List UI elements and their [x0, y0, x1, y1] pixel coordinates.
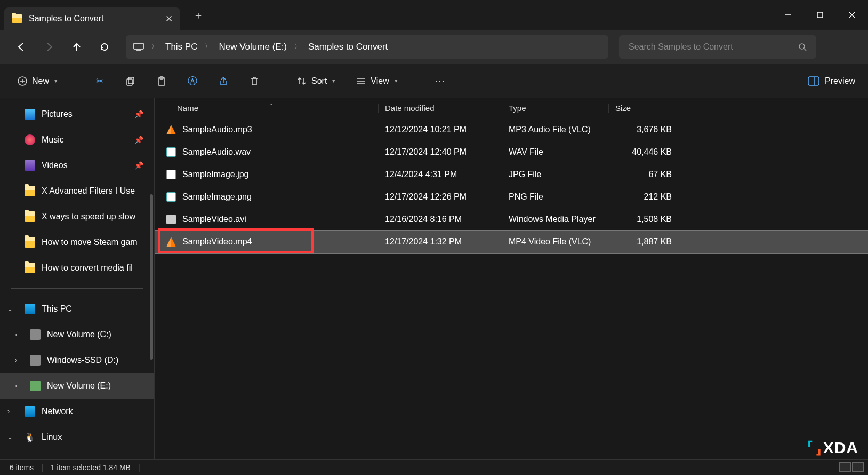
file-date: 12/17/2024 1:32 PM — [379, 237, 502, 247]
network-icon — [25, 406, 35, 417]
rename-icon: Ⓐ — [187, 76, 198, 86]
cut-button[interactable]: ✂ — [90, 73, 109, 90]
file-row[interactable]: SampleImage.png12/17/2024 12:26 PMPNG Fi… — [155, 186, 868, 208]
sidebar-item-pictures[interactable]: Pictures📌 — [0, 101, 154, 127]
share-button[interactable] — [214, 73, 233, 90]
column-headers[interactable]: Name⌃ Date modified Type Size — [155, 98, 868, 118]
file-size: 3,676 KB — [609, 125, 678, 134]
column-date[interactable]: Date modified — [379, 104, 502, 113]
breadcrumb-drive[interactable]: New Volume (E:) — [219, 42, 287, 52]
separator — [76, 74, 76, 89]
paste-button[interactable] — [152, 73, 171, 90]
sidebar-item-folder3[interactable]: How to move Steam gam — [0, 229, 154, 255]
address-bar[interactable]: 〉 This PC 〉 New Volume (E:) 〉 Samples to… — [126, 35, 608, 59]
file-name: SampleVideo.avi — [182, 215, 246, 224]
close-tab-icon[interactable]: ✕ — [165, 13, 173, 25]
chevron-right-icon[interactable]: › — [7, 408, 10, 415]
breadcrumb-folder[interactable]: Samples to Convert — [308, 42, 388, 52]
folder-icon — [12, 14, 22, 23]
file-row[interactable]: SampleVideo.mp412/17/2024 1:32 PMMP4 Vid… — [155, 231, 868, 253]
pictures-icon — [25, 109, 35, 120]
chevron-right-icon[interactable]: › — [15, 357, 17, 364]
file-list[interactable]: Name⌃ Date modified Type Size SampleAudi… — [155, 98, 868, 459]
column-size[interactable]: Size — [609, 104, 678, 113]
toolbar: New ▾ ✂ Ⓐ Sort ▾ View ▾ ⋯ Preview — [0, 64, 868, 98]
close-window-button[interactable] — [836, 3, 868, 27]
paste-icon — [156, 76, 167, 86]
file-date: 12/12/2024 10:21 PM — [379, 125, 502, 134]
tab-title: Samples to Convert — [29, 14, 159, 23]
preview-button[interactable]: Preview — [808, 76, 855, 86]
pin-icon[interactable]: 📌 — [134, 110, 143, 118]
tab-active[interactable]: Samples to Convert ✕ — [4, 7, 180, 30]
details-view-button[interactable] — [839, 462, 851, 472]
view-button[interactable]: View ▾ — [351, 73, 401, 90]
chevron-right-icon[interactable]: 〉 — [205, 42, 211, 51]
watermark: ⸢⸥ XDA — [807, 438, 858, 457]
chevron-right-icon[interactable]: 〉 — [294, 42, 301, 51]
sort-button[interactable]: Sort ▾ — [292, 73, 340, 90]
copy-icon — [125, 76, 136, 86]
maximize-button[interactable] — [804, 3, 836, 27]
file-date: 12/4/2024 4:31 PM — [379, 170, 502, 179]
new-button[interactable]: New ▾ — [13, 73, 62, 90]
thumbnail-view-button[interactable] — [852, 462, 864, 472]
sidebar-item-network[interactable]: ›Network — [0, 399, 154, 424]
statusbar: 6 items | 1 item selected 1.84 MB | — [0, 459, 868, 475]
scrollbar[interactable] — [150, 194, 153, 360]
sidebar-item-music[interactable]: Music📌 — [0, 127, 154, 153]
pin-icon[interactable]: 📌 — [134, 161, 143, 170]
folder-icon — [25, 263, 35, 273]
column-type[interactable]: Type — [502, 104, 609, 113]
search-box[interactable]: Search Samples to Convert — [619, 35, 816, 59]
sidebar-item-folder2[interactable]: X ways to speed up slow — [0, 204, 154, 229]
sidebar-label: Music — [42, 135, 64, 145]
file-type: MP4 Video File (VLC) — [502, 237, 609, 247]
column-name[interactable]: Name⌃ — [155, 104, 379, 113]
sidebar-item-drive-d[interactable]: ›Windows-SSD (D:) — [0, 347, 154, 373]
chevron-right-icon[interactable]: › — [15, 382, 17, 390]
chevron-right-icon[interactable]: › — [15, 331, 17, 338]
sidebar-item-drive-e[interactable]: ›New Volume (E:) — [0, 373, 154, 399]
sidebar-item-thispc[interactable]: ⌄This PC — [0, 296, 154, 322]
view-toggle[interactable] — [839, 462, 864, 472]
music-icon — [25, 134, 35, 145]
file-name: SampleAudio.mp3 — [182, 125, 252, 134]
sidebar-label: X ways to speed up slow — [42, 212, 135, 221]
minimize-button[interactable] — [772, 3, 804, 27]
copy-button[interactable] — [121, 73, 140, 90]
new-tab-button[interactable]: ＋ — [193, 8, 204, 22]
breadcrumb-root[interactable]: This PC — [165, 42, 197, 52]
file-row[interactable]: SampleImage.jpg12/4/2024 4:31 PMJPG File… — [155, 163, 868, 186]
rename-button[interactable]: Ⓐ — [183, 73, 202, 90]
delete-button[interactable] — [245, 73, 264, 90]
navbar: 〉 This PC 〉 New Volume (E:) 〉 Samples to… — [0, 30, 868, 64]
sidebar[interactable]: Pictures📌 Music📌 Videos📌 X Advanced Filt… — [0, 98, 155, 459]
chevron-down-icon[interactable]: ⌄ — [7, 305, 13, 313]
sidebar-item-folder4[interactable]: How to convert media fil — [0, 255, 154, 281]
file-row[interactable]: SampleAudio.wav12/17/2024 12:40 PMWAV Fi… — [155, 141, 868, 163]
chevron-right-icon[interactable]: 〉 — [151, 42, 158, 51]
preview-pane-icon — [808, 76, 819, 86]
back-button[interactable] — [10, 36, 33, 58]
sidebar-item-drive-c[interactable]: ›New Volume (C:) — [0, 322, 154, 347]
file-type: Windows Media Player — [502, 215, 609, 224]
file-name: SampleImage.jpg — [182, 170, 249, 179]
more-button[interactable]: ⋯ — [430, 73, 449, 90]
share-icon — [218, 76, 229, 86]
pin-icon[interactable]: 📌 — [134, 136, 143, 144]
separator — [416, 74, 416, 89]
forward-button[interactable] — [37, 36, 61, 58]
file-name: SampleImage.png — [182, 192, 252, 202]
up-button[interactable] — [65, 36, 89, 58]
watermark-text: XDA — [823, 439, 858, 457]
sidebar-item-videos[interactable]: Videos📌 — [0, 153, 154, 178]
refresh-button[interactable] — [93, 36, 116, 58]
file-row[interactable]: SampleAudio.mp312/12/2024 10:21 PMMP3 Au… — [155, 118, 868, 141]
sidebar-item-folder1[interactable]: X Advanced Filters I Use — [0, 178, 154, 204]
chevron-down-icon[interactable]: ⌄ — [7, 433, 13, 441]
videos-icon — [25, 160, 35, 171]
sidebar-item-linux[interactable]: ⌄🐧Linux — [0, 424, 154, 450]
chevron-down-icon: ▾ — [54, 77, 58, 84]
file-row[interactable]: SampleVideo.avi12/16/2024 8:16 PMWindows… — [155, 208, 868, 231]
